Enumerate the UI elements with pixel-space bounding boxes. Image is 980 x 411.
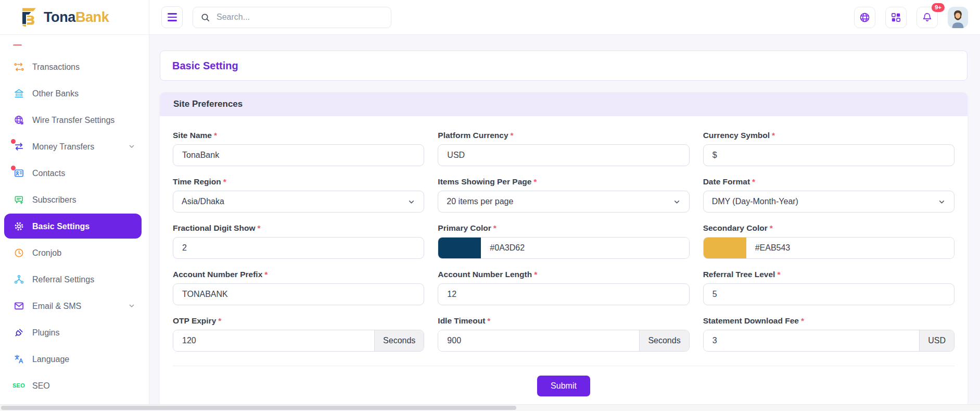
chevron-down-icon — [673, 198, 681, 206]
field-label: Time Region* — [173, 177, 424, 186]
sidebar-item-cronjob[interactable]: Cronjob — [0, 240, 149, 265]
field-label: Fractional Digit Show* — [173, 223, 424, 233]
brand-name: TonaBank — [44, 9, 109, 26]
sidebar-item-label: Email & SMS — [32, 302, 81, 310]
input-addon-seconds: Seconds — [639, 330, 689, 351]
sidebar-item-money-transfers[interactable]: Money Transfers — [0, 134, 149, 159]
language-globe-button[interactable] — [854, 7, 875, 28]
sidebar-item-basic-settings[interactable]: Basic Settings — [4, 214, 142, 239]
chat-plus-icon — [13, 194, 24, 205]
currency-symbol-input[interactable] — [703, 144, 954, 166]
envelope-icon — [13, 300, 24, 312]
field-label: Secondary Color* — [703, 223, 954, 233]
required-asterisk: * — [218, 316, 221, 325]
field-fractional-digit: Fractional Digit Show* — [173, 223, 424, 259]
sidebar-item-seo[interactable]: SEO SEO — [0, 373, 149, 398]
search-box[interactable] — [193, 7, 391, 28]
primary-color-swatch[interactable] — [438, 238, 481, 258]
sidebar-item-label: Subscribers — [32, 195, 76, 204]
required-asterisk: * — [511, 131, 514, 140]
platform-currency-input[interactable] — [438, 144, 689, 166]
sidebar-item-subscribers[interactable]: Subscribers — [0, 187, 149, 212]
notification-dot — [11, 166, 16, 170]
avatar-image — [948, 7, 968, 28]
user-avatar[interactable] — [948, 7, 968, 28]
field-idle-timeout: Idle Timeout* Seconds — [438, 316, 689, 352]
apps-grid-icon — [890, 11, 902, 23]
account-number-prefix-input[interactable] — [173, 283, 424, 305]
sidebar-item-email-sms[interactable]: Email & SMS — [0, 293, 149, 318]
submit-button[interactable]: Submit — [537, 376, 590, 396]
section-title: Site Preferences — [160, 92, 968, 116]
search-input[interactable] — [215, 12, 384, 22]
globe-transfer-icon — [13, 114, 24, 126]
brand-logo[interactable]: TonaBank — [0, 0, 149, 35]
select-value: DMY (Day-Month-Year) — [712, 197, 798, 206]
site-name-input[interactable] — [173, 144, 424, 166]
sidebar-item-plugins[interactable]: Plugins — [0, 320, 149, 345]
notifications-button[interactable]: 9+ — [917, 7, 938, 28]
sidebar-item-label: Referral Settings — [32, 275, 94, 284]
select-value: 20 items per page — [447, 197, 513, 206]
sidebar-item-label: Transactions — [32, 63, 80, 71]
sidebar-item-contacts[interactable]: Contacts — [0, 160, 149, 185]
sidebar-item-label: Basic Settings — [32, 222, 90, 231]
field-primary-color: Primary Color* — [438, 223, 689, 259]
required-asterisk: * — [772, 131, 775, 140]
secondary-color-group — [703, 237, 954, 259]
referral-tree-level-input[interactable] — [703, 283, 954, 305]
submenu-dash — [13, 44, 22, 46]
otp-expiry-group: Seconds — [173, 330, 424, 352]
secondary-color-swatch[interactable] — [704, 238, 746, 258]
sidebar-toggle-button[interactable] — [161, 6, 183, 28]
idle-timeout-input[interactable] — [438, 330, 639, 351]
field-currency-symbol: Currency Symbol* — [703, 131, 954, 166]
time-region-select[interactable]: Asia/Dhaka — [173, 191, 424, 213]
horizontal-scrollbar[interactable] — [0, 404, 980, 411]
sidebar-item-wire-transfer-settings[interactable]: Wire Transfer Settings — [0, 107, 149, 132]
app-root: TonaBank Transactions Other Banks — [0, 0, 980, 411]
page-title: Basic Setting — [172, 60, 238, 72]
chevron-down-icon — [408, 198, 415, 206]
scrollbar-thumb[interactable] — [1, 406, 516, 410]
required-asterisk: * — [533, 177, 537, 186]
otp-expiry-input[interactable] — [173, 330, 374, 351]
required-asterisk: * — [770, 223, 773, 232]
statement-fee-input[interactable] — [704, 330, 920, 351]
form-footer: Submit — [173, 366, 954, 407]
contact-card-icon — [13, 167, 24, 179]
gear-icon — [13, 220, 24, 232]
sidebar-item-label: Plugins — [32, 328, 59, 337]
apps-menu-button[interactable] — [885, 7, 907, 28]
translate-icon — [13, 353, 24, 365]
top-header: 9+ — [149, 0, 980, 35]
sidebar-item-label: Language — [32, 355, 69, 364]
field-secondary-color: Secondary Color* — [703, 223, 954, 259]
field-label: Date Format* — [703, 177, 954, 186]
account-number-length-input[interactable] — [438, 283, 689, 305]
primary-color-group — [438, 237, 689, 259]
items-per-page-select[interactable]: 20 items per page — [438, 191, 689, 213]
bank-icon — [13, 88, 24, 99]
sidebar-item-transactions[interactable]: Transactions — [0, 54, 149, 79]
sidebar-item-referral-settings[interactable]: Referral Settings — [0, 267, 149, 292]
required-asterisk: * — [264, 270, 268, 279]
field-platform-currency: Platform Currency* — [438, 131, 689, 166]
secondary-color-input[interactable] — [746, 238, 954, 258]
search-icon — [200, 13, 210, 22]
swap-arrows-icon — [13, 61, 24, 72]
sidebar-item-language[interactable]: Language — [0, 346, 149, 371]
date-format-select[interactable]: DMY (Day-Month-Year) — [703, 191, 954, 213]
notification-dot — [11, 139, 16, 144]
field-label: Account Number Prefix* — [173, 270, 424, 279]
sidebar-item-other-banks[interactable]: Other Banks — [0, 81, 149, 106]
field-referral-tree-level: Referral Tree Level* — [703, 270, 954, 305]
input-addon-usd: USD — [919, 330, 954, 351]
primary-color-input[interactable] — [481, 238, 689, 258]
field-account-number-prefix: Account Number Prefix* — [173, 270, 424, 305]
required-asterisk: * — [777, 270, 780, 279]
fractional-digit-input[interactable] — [173, 237, 424, 259]
sidebar-nav: Transactions Other Banks Wire Transfer S… — [0, 35, 149, 398]
transfer-arrows-icon — [13, 141, 24, 152]
statement-fee-group: USD — [703, 330, 954, 352]
